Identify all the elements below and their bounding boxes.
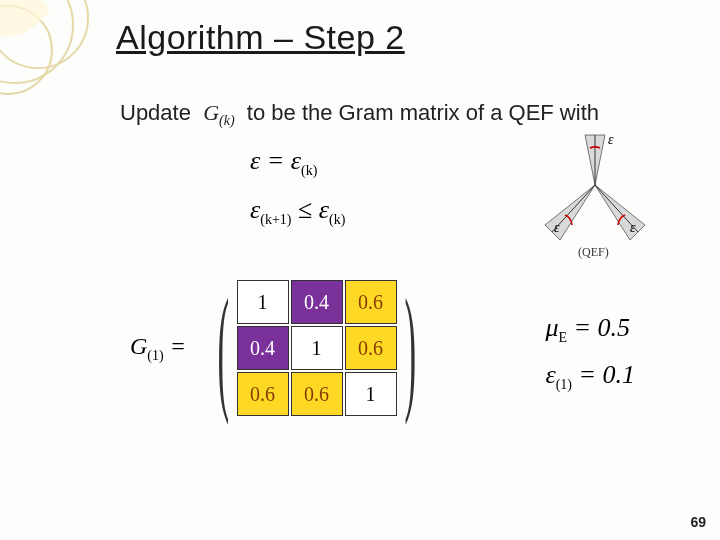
qef-label: (QEF): [578, 245, 609, 259]
bracket-right: ): [404, 283, 416, 413]
cell-2-2: 1: [345, 372, 397, 416]
mu-line: μE = 0.5: [545, 305, 635, 352]
equation-line-1: ε = ε(k): [250, 140, 345, 183]
matrix-grid: 1 0.4 0.6 0.4 1 0.6 0.6 0.6 1: [237, 280, 397, 416]
cell-0-0: 1: [237, 280, 289, 324]
body-text: Update G(k) to be the Gram matrix of a Q…: [120, 100, 599, 129]
mu-sub: E: [558, 330, 567, 345]
eq-sign-1: =: [260, 146, 291, 175]
qef-eps-left: ε: [554, 220, 560, 235]
eps-val: = 0.1: [572, 360, 635, 389]
eps-left-1: ε: [250, 146, 260, 175]
update-word: Update: [120, 100, 191, 125]
eps-sub: (1): [556, 377, 572, 392]
leq-sign: ≤: [291, 195, 318, 224]
matrix-g: G: [130, 333, 147, 359]
mu-symbol: μ: [545, 313, 558, 342]
eps-right-1: ε: [291, 146, 301, 175]
decorative-circles: [0, 0, 120, 120]
eps-symbol: ε: [545, 360, 555, 389]
cell-1-2: 0.6: [345, 326, 397, 370]
svg-point-0: [0, 0, 73, 83]
eps-right-2: ε: [319, 195, 329, 224]
cell-1-0: 0.4: [237, 326, 289, 370]
qef-eps-top: ε: [608, 132, 614, 147]
side-values: μE = 0.5 ε(1) = 0.1: [545, 305, 635, 399]
cell-0-1: 0.4: [291, 280, 343, 324]
cell-1-1: 1: [291, 326, 343, 370]
eps-right-2-sub: (k): [329, 212, 345, 227]
svg-point-2: [0, 6, 52, 94]
eps-right-1-sub: (k): [301, 163, 317, 178]
equation-line-2: ε(k+1) ≤ ε(k): [250, 189, 345, 232]
page-number: 69: [690, 514, 706, 530]
g-symbol: G: [203, 100, 219, 125]
cell-2-0: 0.6: [237, 372, 289, 416]
slide-title: Algorithm – Step 2: [116, 18, 405, 57]
svg-point-1: [0, 0, 88, 68]
qef-diagram: ε ε ε (QEF): [530, 130, 660, 260]
cell-0-2: 0.6: [345, 280, 397, 324]
matrix-area: G(1) = ( 1 0.4 0.6 0.4 1 0.6 0.6 0.6 1 ): [130, 280, 433, 416]
eps-left-2: ε: [250, 195, 260, 224]
cell-2-1: 0.6: [291, 372, 343, 416]
qef-eps-right: ε: [630, 220, 636, 235]
body-rest: to be the Gram matrix of a QEF with: [247, 100, 599, 125]
matrix-eq: =: [164, 333, 186, 359]
eps-left-2-sub: (k+1): [260, 212, 291, 227]
equation-block: ε = ε(k) ε(k+1) ≤ ε(k): [250, 140, 345, 237]
matrix-g-sub: (1): [147, 347, 163, 362]
eps-line: ε(1) = 0.1: [545, 352, 635, 399]
mu-val: = 0.5: [567, 313, 630, 342]
matrix-label: G(1) =: [130, 333, 186, 364]
g-subscript: (k): [219, 113, 235, 128]
bracket-left: (: [217, 283, 229, 413]
